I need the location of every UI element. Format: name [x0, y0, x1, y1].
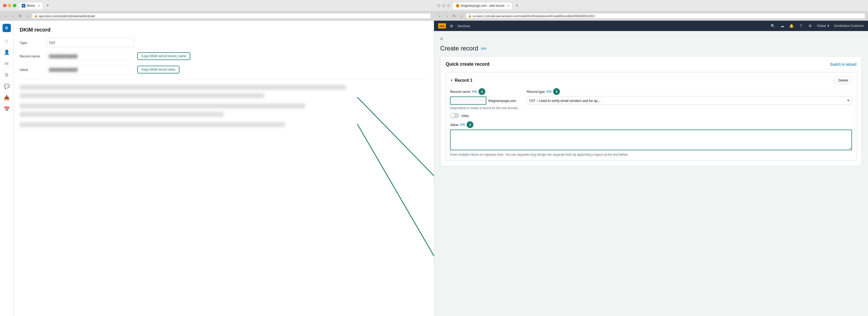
- blurred-content: [20, 85, 428, 127]
- forward-button[interactable]: ›: [10, 13, 16, 19]
- back-button[interactable]: ‹: [3, 13, 8, 19]
- record-fields-row: Record name Info 2 thegreenyoga.com Keep…: [450, 88, 852, 110]
- record-section-label: Record 1: [455, 78, 472, 83]
- aws-tab[interactable]: ▲ thegreenyoga.com - add record ✕: [453, 2, 513, 9]
- brevo-panel: B Brevo ✕ + ‹ › ↻ ⌂ 🔒 app.brevo.com/send…: [0, 0, 434, 316]
- global-selector[interactable]: Global ▼: [817, 24, 830, 28]
- record-section-title: ▼ Record 1: [450, 78, 472, 83]
- record-name-info-link[interactable]: Info: [472, 90, 477, 93]
- user-menu[interactable]: Sendinblue Customer: [834, 24, 864, 28]
- question-icon[interactable]: ?: [798, 23, 804, 29]
- sidebar-icon-home[interactable]: ⌂: [2, 36, 11, 45]
- brevo-favicon: B: [22, 4, 25, 7]
- value-textarea[interactable]: [450, 130, 852, 150]
- value-label: Value: [20, 68, 43, 72]
- new-tab-button-right[interactable]: +: [514, 2, 520, 9]
- url-text-right: us-east-1.console.aws.amazon.com/route53…: [473, 14, 594, 17]
- aws-favicon: ▲: [456, 4, 459, 7]
- maximize-button[interactable]: [13, 4, 16, 7]
- maximize-button-right[interactable]: [447, 4, 450, 7]
- back-button-right[interactable]: ‹: [437, 13, 442, 19]
- services-grid-icon[interactable]: ⊞: [449, 23, 454, 29]
- record-name-label: Record name Info 2: [450, 88, 523, 95]
- address-bar-right: ‹ › ↻ ⌂ 🔒 us-east-1.console.aws.amazon.c…: [434, 11, 868, 21]
- sidebar-icon-contacts[interactable]: 👤: [2, 47, 11, 57]
- sidebar-icon-calendar[interactable]: 📅: [2, 104, 11, 114]
- value-info-link[interactable]: Info: [460, 123, 465, 127]
- forward-button-right[interactable]: ›: [444, 13, 450, 19]
- page-title: DKIM record: [20, 27, 428, 33]
- url-bar-left[interactable]: 🔒 app.brevo.com/senders/domain/authentic…: [32, 13, 431, 19]
- toolbar-row: ≡: [440, 36, 862, 42]
- record-section: ▼ Record 1 Delete Record name Info 2: [446, 72, 856, 161]
- alias-row: Alias: [450, 113, 852, 118]
- tab-bar: B Brevo ✕ +: [19, 2, 431, 9]
- record-name-input[interactable]: ████████████: [46, 51, 134, 61]
- aws-nav-right: 🔍 ☁ 🔔 ? ⚙ Global ▼ Sendinblue Customer: [770, 23, 864, 29]
- aws-tab-label: thegreenyoga.com - add record: [461, 4, 504, 7]
- value-label: Value Info 4: [450, 121, 852, 128]
- sidebar-icon-send[interactable]: ✉: [2, 59, 11, 68]
- value-hint: Enter multiple values on separate lines.…: [450, 153, 852, 156]
- type-label: Type: [20, 41, 43, 45]
- minimize-button-right[interactable]: [442, 4, 445, 7]
- url-bar-right[interactable]: 🔒 us-east-1.console.aws.amazon.com/route…: [466, 13, 865, 19]
- step2-badge: 2: [478, 88, 485, 95]
- sidebar-icon-chat[interactable]: 💬: [2, 82, 11, 91]
- delete-button[interactable]: Delete: [834, 76, 852, 84]
- record-type-info-link[interactable]: Info: [547, 90, 552, 93]
- browser-chrome-left: B Brevo ✕ +: [0, 0, 434, 11]
- search-icon[interactable]: 🔍: [770, 23, 776, 29]
- close-button[interactable]: [3, 4, 6, 7]
- type-input[interactable]: [46, 38, 134, 47]
- record-name-label-text: Record name: [450, 90, 470, 94]
- collapse-icon[interactable]: ▼: [450, 79, 453, 82]
- record-section-header: ▼ Record 1 Delete: [450, 76, 852, 84]
- switch-wizard-link[interactable]: Switch to wizard: [830, 62, 856, 66]
- copy-record-name-button[interactable]: Copy DKIM record record_name: [137, 52, 190, 60]
- value-row: Value ████████████ Copy DKIM record valu…: [20, 65, 428, 74]
- refresh-button[interactable]: ↻: [18, 13, 23, 19]
- close-button-right[interactable]: [437, 4, 440, 7]
- alias-toggle[interactable]: [450, 113, 459, 118]
- traffic-lights-right: [437, 4, 450, 7]
- traffic-lights: [3, 4, 16, 7]
- copy-value-button[interactable]: Copy DKIM record value: [137, 66, 180, 73]
- brevo-main-content: DKIM record Type Record name ███████████…: [13, 21, 434, 316]
- services-nav-item[interactable]: Services: [457, 24, 470, 28]
- close-tab-icon[interactable]: ✕: [37, 4, 40, 7]
- record-name-col: Record name Info 2 thegreenyoga.com Keep…: [450, 88, 523, 110]
- record-name-input-row: thegreenyoga.com: [450, 97, 523, 105]
- settings-icon[interactable]: ⚙: [808, 23, 813, 29]
- brevo-tab-label: Brevo: [27, 4, 35, 7]
- quick-create-header: Quick create record Switch to wizard: [446, 62, 856, 67]
- aws-main-content: ≡ Create record Info Quick create record…: [434, 31, 868, 316]
- close-tab-icon-right[interactable]: ✕: [507, 4, 509, 7]
- record-name-input[interactable]: [450, 97, 486, 105]
- brevo-logo: B: [3, 24, 11, 32]
- sidebar-icon-automation[interactable]: ⚙: [2, 70, 11, 80]
- quick-create-title: Quick create record: [446, 62, 489, 67]
- home-button[interactable]: ⌂: [25, 13, 30, 19]
- new-tab-button[interactable]: +: [44, 2, 51, 9]
- global-label: Global: [817, 24, 826, 28]
- refresh-button-right[interactable]: ↻: [452, 13, 457, 19]
- minimize-button[interactable]: [8, 4, 11, 7]
- info-link[interactable]: Info: [481, 46, 487, 50]
- hamburger-icon[interactable]: ≡: [440, 36, 443, 42]
- value-section: Value Info 4 Enter multiple values on se…: [450, 121, 852, 156]
- value-label-text: Value: [450, 123, 458, 127]
- page-title: Create record: [440, 45, 478, 52]
- record-name-label: Record name: [20, 54, 43, 58]
- record-type-select[interactable]: TXT – Used to verify email senders and f…: [527, 97, 852, 105]
- sidebar-icon-inbox[interactable]: 📥: [2, 93, 11, 102]
- brevo-sidebar: B ⌂ 👤 ✉ ⚙ 💬 📥 📅: [0, 21, 13, 316]
- value-input[interactable]: ████████████: [46, 65, 134, 74]
- cloud-icon[interactable]: ☁: [780, 23, 785, 29]
- bell-icon[interactable]: 🔔: [789, 23, 794, 29]
- user-name: Sendinblue Customer: [834, 24, 864, 28]
- record-name-hint: Keep blank to create a record for the ro…: [450, 106, 523, 110]
- aws-panel: ▲ thegreenyoga.com - add record ✕ + ‹ › …: [434, 0, 868, 316]
- home-button-right[interactable]: ⌂: [459, 13, 464, 19]
- brevo-tab[interactable]: B Brevo ✕: [19, 2, 43, 9]
